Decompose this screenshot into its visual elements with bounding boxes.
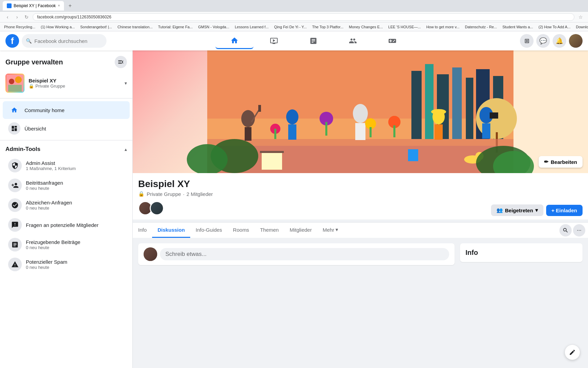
freizugebende-text: Freizugebende Beiträge 0 neu heute — [26, 239, 80, 250]
bookmark-8[interactable]: Qing Fei De Yi - Y... — [273, 24, 308, 30]
svg-point-1 — [9, 79, 14, 84]
edit-cover-btn[interactable]: ✏ Bearbeiten — [539, 156, 583, 168]
nav-home[interactable] — [215, 33, 254, 49]
content-main: Schreib etwas... — [138, 243, 455, 265]
group-selector[interactable]: Beispiel XY 🔒 Private Gruppe ▾ — [0, 71, 132, 95]
admin-tool-beitrittsanfragen[interactable]: Beitrittsanfragen 0 neu heute — [3, 176, 130, 195]
admin-tools-label: Admin-Tools — [5, 146, 40, 153]
composer-input[interactable]: Schreib etwas... — [160, 248, 449, 260]
tab-mehr[interactable]: Mehr ▾ — [317, 223, 344, 238]
abzeichen-text: Abzeichen-Anfragen 0 neu heute — [26, 200, 72, 211]
svg-rect-22 — [288, 124, 296, 140]
admin-tool-fragen[interactable]: Fragen an potenzielle Mitglieder — [3, 215, 130, 234]
search-bar[interactable]: 🔍 — [22, 34, 107, 48]
apps-btn[interactable]: ⊞ — [520, 34, 534, 48]
admin-tools-chevron: ▴ — [125, 147, 127, 152]
forward-btn[interactable]: › — [14, 14, 20, 20]
refresh-btn[interactable]: ↻ — [23, 14, 30, 20]
spam-name: Potenzieller Spam — [26, 259, 67, 265]
tab-mitglieder[interactable]: Mitglieder — [284, 223, 317, 238]
new-tab-btn[interactable]: + — [66, 2, 74, 10]
tab-themen[interactable]: Themen — [255, 223, 284, 238]
url-bar[interactable]: facebook.com/groups/112635050836026 — [33, 13, 574, 21]
notifications-btn[interactable]: 🔔 — [553, 34, 566, 48]
sidebar-item-community-home[interactable]: Community home — [3, 101, 130, 119]
url-text: facebook.com/groups/112635050836026 — [37, 15, 111, 19]
admin-assist-icon — [8, 159, 22, 172]
tab-title: Beispiel XY | Facebook — [14, 3, 56, 8]
facebook-logo[interactable]: f — [5, 34, 19, 48]
browser-chrome: Beispiel XY | Facebook × + — [0, 0, 588, 12]
tab-favicon — [7, 3, 12, 8]
browser-tab[interactable]: Beispiel XY | Facebook × — [3, 1, 64, 11]
admin-assist-name: Admin Assist — [26, 160, 76, 166]
fragen-text: Fragen an potenzielle Mitglieder — [26, 222, 98, 228]
tab-diskussion[interactable]: Diskussion — [152, 223, 190, 238]
nav-marketplace[interactable] — [294, 33, 332, 49]
messenger-btn[interactable]: 💬 — [536, 34, 550, 48]
admin-tool-abzeichen[interactable]: Abzeichen-Anfragen 0 neu heute — [3, 196, 130, 215]
more-options-btn[interactable]: ··· — [573, 224, 585, 236]
tab-close-btn[interactable]: × — [58, 4, 60, 7]
nav-video[interactable] — [255, 33, 293, 49]
admin-tool-freizugebende[interactable]: Freizugebende Beiträge 0 neu heute — [3, 235, 130, 254]
bookmark-12[interactable]: How to get more v... — [425, 24, 461, 30]
joined-btn[interactable]: 👥 Beigetreten ▾ — [491, 204, 543, 216]
bookmark-3[interactable]: Sonderangebot! |... — [79, 24, 113, 30]
bookmark-5[interactable]: Tutorial: Eigene Fa... — [157, 24, 194, 30]
tab-info[interactable]: Info — [133, 223, 152, 238]
bookmark-1[interactable]: Phone Recycling... — [3, 24, 37, 30]
admin-tools-header[interactable]: Admin-Tools ▴ — [0, 143, 132, 155]
bookmark-10[interactable]: Money Changes E... — [347, 24, 384, 30]
svg-rect-9 — [452, 67, 462, 139]
beitrittsanfragen-count: 0 neu heute — [26, 186, 63, 191]
member-avatars — [138, 201, 164, 215]
sidebar-icon-btn[interactable] — [115, 56, 127, 68]
sidebar-item-ubersicht[interactable]: Übersicht — [3, 120, 130, 137]
post-composer[interactable]: Schreib etwas... — [138, 243, 455, 265]
group-avatar — [5, 74, 24, 93]
sidebar-divider-1 — [0, 98, 132, 98]
bookmark-4[interactable]: Chinese translation... — [116, 24, 154, 30]
bookmark-14[interactable]: Student Wants a... — [501, 24, 534, 30]
bookmark-2[interactable]: (1) How Working a... — [39, 24, 76, 30]
search-icon: 🔍 — [26, 38, 32, 44]
beitrittsanfragen-icon — [8, 179, 22, 192]
back-btn[interactable]: ‹ — [4, 14, 11, 20]
nav-groups[interactable] — [334, 33, 372, 49]
search-tab-btn[interactable] — [559, 224, 572, 236]
bookmark-16[interactable]: Download - Cooki... — [574, 24, 588, 30]
floating-write-btn[interactable] — [565, 345, 580, 360]
admin-tool-spam[interactable]: Potenzieller Spam 0 neu heute — [3, 255, 130, 274]
bookmark-15[interactable]: (2) How To Add A... — [537, 24, 572, 30]
admin-tool-admin-assist[interactable]: Admin Assist 1 Maßnahme, 1 Kriterium — [3, 156, 130, 175]
spam-icon — [8, 258, 22, 271]
svg-point-23 — [353, 104, 368, 123]
dropdown-arrow-icon[interactable]: ▾ — [125, 80, 127, 86]
community-home-icon — [8, 104, 20, 116]
user-avatar[interactable] — [569, 34, 583, 48]
tab-info-guides[interactable]: Info-Guides — [190, 223, 228, 238]
svg-rect-6 — [411, 71, 422, 139]
svg-rect-10 — [466, 78, 473, 139]
tab-rooms[interactable]: Rooms — [228, 223, 255, 238]
address-bar: ‹ › ↻ facebook.com/groups/11263505083602… — [0, 12, 588, 22]
star-btn[interactable]: ☆ — [577, 14, 584, 20]
info-title: Info — [466, 249, 478, 256]
invite-btn[interactable]: + Einladen — [546, 205, 583, 216]
bookmark-7[interactable]: Lessons Learned f... — [233, 24, 270, 30]
ellipsis-icon: ··· — [577, 227, 581, 233]
svg-rect-46 — [262, 153, 282, 170]
bookmark-11[interactable]: LEE 'S HOUSE—... — [387, 24, 422, 30]
abzeichen-count: 0 neu heute — [26, 205, 72, 211]
svg-rect-47 — [260, 151, 284, 153]
bookmark-13[interactable]: Datenschutz - Re... — [463, 24, 498, 30]
composer-avatar — [144, 247, 157, 261]
nav-right: ⊞ 💬 🔔 — [520, 34, 583, 48]
bookmark-9[interactable]: The Top 3 Platfor... — [311, 24, 345, 30]
bookmark-6[interactable]: GMSN - Vologda... — [197, 24, 231, 30]
group-member-count: 2 Mitglieder — [186, 191, 213, 197]
nav-gaming[interactable] — [373, 33, 411, 49]
bookmarks-bar: Phone Recycling... (1) How Working a... … — [0, 22, 588, 31]
search-input[interactable] — [34, 38, 102, 44]
